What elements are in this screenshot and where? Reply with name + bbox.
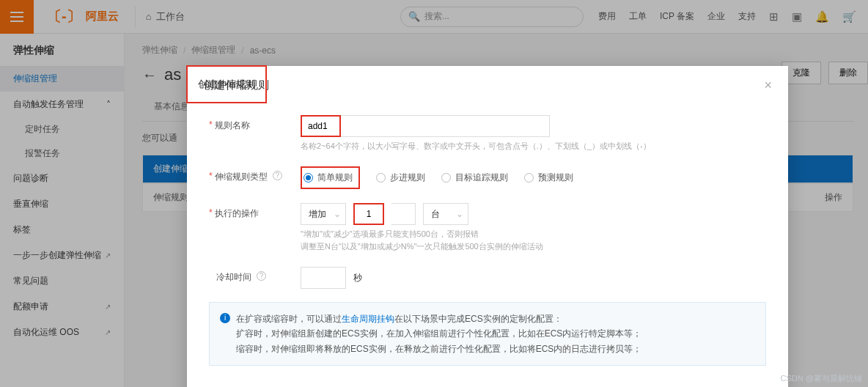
- radio-target[interactable]: 目标追踪规则: [441, 172, 508, 184]
- radio-predict[interactable]: 预测规则: [524, 172, 573, 184]
- op-value-input-ext[interactable]: [391, 203, 416, 225]
- radio-simple[interactable]: 简单规则: [304, 172, 353, 184]
- info-box: i 在扩容或缩容时，可以通过生命周期挂钩在以下场景中完成ECS实例的定制化配置：…: [209, 302, 766, 366]
- help-icon[interactable]: ?: [273, 171, 282, 180]
- cooldown-label: 冷却时间: [216, 271, 251, 284]
- op-mode-select[interactable]: 增加: [301, 203, 346, 225]
- cooldown-input[interactable]: [301, 267, 346, 289]
- rule-name-input[interactable]: [301, 115, 341, 137]
- op-label: 执行的操作: [215, 207, 259, 220]
- radio-icon: [441, 173, 451, 183]
- radio-icon: [376, 173, 386, 183]
- watermark: CSDN @雾与晨解忧铺: [781, 373, 862, 384]
- op-unit-select[interactable]: 台: [423, 203, 468, 225]
- cooldown-unit: 秒: [353, 272, 362, 284]
- modal-title: 创建伸缩规则: [203, 78, 269, 92]
- rule-type-label: 伸缩规则类型: [215, 171, 268, 183]
- radio-step[interactable]: 步进规则: [376, 172, 425, 184]
- highlight-radio: 简单规则: [301, 166, 360, 189]
- radio-icon: [304, 173, 313, 183]
- create-rule-modal: 创建伸缩规则 创建伸缩规则 × *规则名称 名称2~64个字符，以大小写字母、数…: [187, 66, 788, 387]
- rule-name-hint: 名称2~64个字符，以大小写字母、数字或中文开头，可包含点号（.）、下划线（_）…: [301, 141, 766, 152]
- op-hint1: "增加"或"减少"选项最多只能支持500台，否则报错: [301, 229, 766, 240]
- lifecycle-link[interactable]: 生命周期挂钩: [342, 314, 394, 324]
- help-icon[interactable]: ?: [257, 271, 266, 281]
- op-hint2: 调整至N台"以及"增加或减少N%"一次只能触发500台实例的伸缩活动: [301, 241, 766, 252]
- rule-name-input-ext[interactable]: [341, 115, 550, 137]
- info-icon: i: [220, 313, 230, 323]
- radio-icon: [524, 173, 534, 183]
- rule-name-label: 规则名称: [215, 119, 250, 132]
- op-value-input[interactable]: [353, 203, 384, 225]
- close-icon[interactable]: ×: [764, 78, 772, 93]
